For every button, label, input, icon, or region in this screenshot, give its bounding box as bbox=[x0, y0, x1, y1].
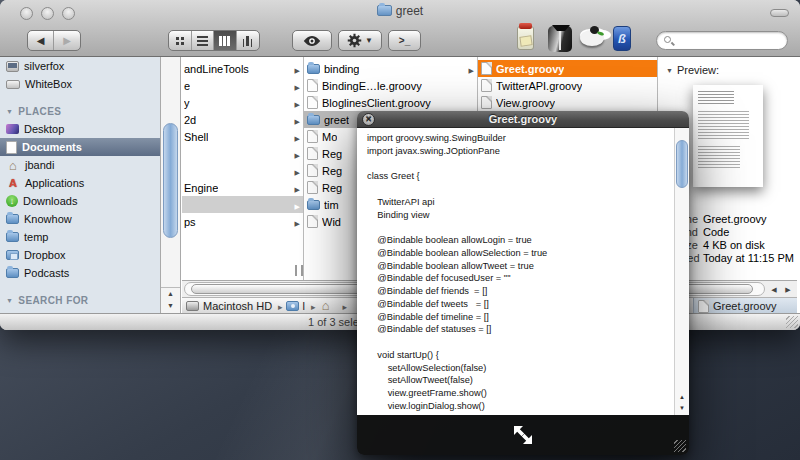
back-button[interactable]: ◀ bbox=[28, 31, 54, 50]
column-item[interactable]: View.groovy bbox=[478, 94, 657, 111]
column-resize-handle[interactable] bbox=[295, 265, 303, 276]
column-item[interactable]: BindingE…le.groovy bbox=[304, 77, 477, 94]
jar-app-icon[interactable] bbox=[517, 26, 534, 50]
scroll-down-arrow[interactable]: ▼ bbox=[675, 403, 689, 414]
code-line: void startUp() { bbox=[367, 349, 674, 362]
preview-field-value: Greet.groovy bbox=[703, 213, 795, 225]
folder-icon bbox=[6, 232, 19, 242]
quicklook-titlebar[interactable]: Greet.groovy bbox=[357, 111, 689, 128]
column-item[interactable]: BloglinesClient.groovy bbox=[304, 94, 477, 111]
code-line: Binding view bbox=[367, 209, 674, 222]
coverflow-view-button[interactable] bbox=[237, 31, 259, 50]
sidebar-item-label: Documents bbox=[22, 141, 82, 153]
window-chrome: greet ◀ ▶ bbox=[0, 0, 800, 57]
column-item[interactable] bbox=[182, 162, 303, 179]
path-separator-icon bbox=[309, 300, 316, 312]
scroll-left-arrow[interactable]: ◀ bbox=[767, 283, 781, 296]
terminal-button[interactable]: >_ bbox=[388, 30, 421, 51]
action-button[interactable]: ▼ bbox=[338, 30, 382, 51]
icon-view-button[interactable] bbox=[169, 31, 192, 50]
column-item[interactable]: andLineTools bbox=[182, 60, 303, 77]
quicklook-scrollbar[interactable]: ▲ ▼ bbox=[674, 128, 689, 415]
chevron-right-icon bbox=[295, 199, 300, 211]
computer-icon bbox=[6, 61, 19, 72]
column-item[interactable]: ps bbox=[182, 213, 303, 230]
expand-fullscreen-icon[interactable] bbox=[510, 422, 536, 448]
list-view-button[interactable] bbox=[192, 31, 215, 50]
sidebar-item[interactable]: ▼ jbandi bbox=[0, 156, 160, 174]
column-item[interactable]: Engine bbox=[182, 179, 303, 196]
jacket-app-icon[interactable] bbox=[548, 26, 572, 52]
code-line: view.loginDialog.show() bbox=[367, 400, 674, 413]
quicklook-content: import groovy.swing.SwingBuilder import … bbox=[357, 128, 689, 415]
forward-button[interactable]: ▶ bbox=[54, 31, 80, 50]
path-item-current[interactable]: Greet.groovy bbox=[693, 298, 797, 313]
scroll-right-arrow[interactable]: ▶ bbox=[781, 283, 795, 296]
sidebar-item-label: Dropbox bbox=[24, 249, 66, 261]
blue-app-icon[interactable] bbox=[613, 26, 631, 51]
column-item[interactable]: binding bbox=[304, 60, 477, 77]
sidebar-item[interactable]: ▼ Dropbox bbox=[0, 246, 160, 264]
preview-header[interactable]: ▼ Preview: bbox=[658, 60, 797, 76]
toolbar-toggle-lozenge[interactable] bbox=[770, 9, 789, 17]
chevron-right-icon bbox=[295, 148, 300, 160]
quicklook-scrollbar-thumb[interactable] bbox=[676, 140, 688, 188]
column-item[interactable]: e bbox=[182, 77, 303, 94]
sidebar-item[interactable]: ▼ temp bbox=[0, 228, 160, 246]
folder-icon bbox=[6, 214, 19, 224]
sheep-app-icon[interactable] bbox=[578, 26, 606, 48]
preview-field-value: Today at 11:15 PM bbox=[703, 252, 795, 264]
quicklook-title: Greet.groovy bbox=[489, 113, 557, 125]
sidebar-scrollbar-thumb[interactable] bbox=[163, 123, 178, 238]
column-item[interactable]: 2d bbox=[182, 111, 303, 128]
path-separator-icon bbox=[276, 300, 283, 312]
code-line: @Bindable def tweets = [] bbox=[367, 298, 674, 311]
sidebar-item[interactable]: ▼ silverfox bbox=[0, 57, 160, 75]
scroll-up-arrow[interactable]: ▲ bbox=[161, 288, 180, 300]
disclosure-triangle-icon: ▼ bbox=[6, 297, 13, 304]
sidebar-item-label: WhiteBox bbox=[25, 78, 72, 90]
path-item[interactable]: l bbox=[286, 300, 316, 312]
sidebar-item[interactable]: ▼ Downloads bbox=[0, 192, 160, 210]
sidebar-item[interactable]: ▼ Applications bbox=[0, 174, 160, 192]
path-item[interactable]: Macintosh HD bbox=[186, 300, 283, 312]
column-item[interactable]: y bbox=[182, 94, 303, 111]
code-line: @Bindable boolean allowLogin = true bbox=[367, 234, 674, 247]
column-view-button[interactable] bbox=[214, 31, 237, 50]
sidebar-item[interactable]: ▼ Desktop bbox=[0, 120, 160, 138]
column-item[interactable]: Greet.groovy bbox=[478, 60, 657, 77]
sidebar-item-label: Knowhow bbox=[24, 213, 72, 225]
gear-icon bbox=[347, 33, 362, 48]
folder-icon bbox=[6, 268, 19, 278]
scroll-down-arrow[interactable]: ▼ bbox=[161, 300, 180, 312]
scroll-up-arrow[interactable]: ▲ bbox=[675, 392, 689, 403]
column-item[interactable]: TwitterAPI.groovy bbox=[478, 77, 657, 94]
quicklook-button[interactable] bbox=[292, 30, 332, 51]
sidebar-item[interactable]: ▼ WhiteBox bbox=[0, 75, 160, 93]
sidebar-item[interactable]: ▼ Documents bbox=[0, 138, 160, 156]
icon-view-icon bbox=[176, 37, 179, 40]
downloads-icon bbox=[6, 195, 18, 207]
quicklook-resize-grip[interactable] bbox=[674, 440, 686, 452]
column-item[interactable]: Shell bbox=[182, 128, 303, 145]
sidebar-item[interactable]: ▼ Knowhow bbox=[0, 210, 160, 228]
sidebar-item[interactable]: ▼ Podcasts bbox=[0, 264, 160, 282]
preview-field-value: 4 KB on disk bbox=[703, 239, 795, 251]
file-icon bbox=[481, 96, 492, 109]
column-item[interactable] bbox=[182, 196, 303, 213]
path-item[interactable] bbox=[319, 299, 348, 313]
window-resize-grip[interactable] bbox=[786, 316, 798, 328]
code-line: class Greet { bbox=[367, 170, 674, 183]
search-icon bbox=[664, 36, 671, 43]
code-line: @Bindable boolean allowTweet = true bbox=[367, 260, 674, 273]
sidebar-scrollbar[interactable]: ▲ ▼ bbox=[160, 57, 181, 313]
chevron-right-icon bbox=[295, 63, 300, 75]
search-input[interactable] bbox=[656, 31, 788, 50]
preview-thumbnail[interactable] bbox=[693, 85, 763, 187]
code-line: @Bindable def friends = [] bbox=[367, 285, 674, 298]
quicklook-close-button[interactable] bbox=[362, 113, 375, 126]
sidebar-item[interactable]: ▼ SEARCH FOR bbox=[0, 291, 160, 309]
chevron-right-icon bbox=[295, 97, 300, 109]
column-item[interactable] bbox=[182, 145, 303, 162]
sidebar-item[interactable]: ▼ PLACES bbox=[0, 102, 160, 120]
